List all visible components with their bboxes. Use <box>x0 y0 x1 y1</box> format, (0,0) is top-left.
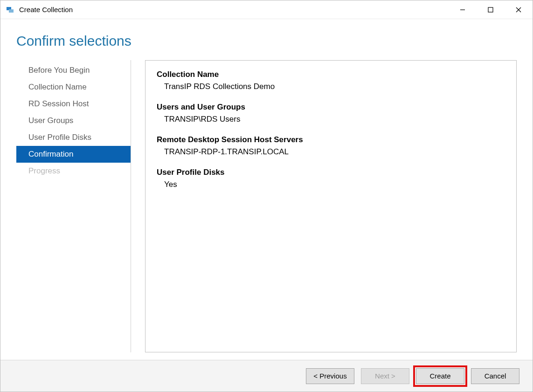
maximize-button[interactable] <box>477 0 505 19</box>
nav-collection-name[interactable]: Collection Name <box>16 79 131 96</box>
value-user-profile-disks: Yes <box>164 180 505 189</box>
create-button[interactable]: Create <box>416 368 464 384</box>
titlebar: Create Collection <box>0 0 533 19</box>
window-controls <box>449 0 533 19</box>
window-title: Create Collection <box>19 6 73 14</box>
content-area: Confirm selections Before You Begin Coll… <box>0 19 533 392</box>
label-users-groups: Users and User Groups <box>157 103 505 112</box>
close-button[interactable] <box>505 0 533 19</box>
nav-before-you-begin[interactable]: Before You Begin <box>16 62 131 79</box>
page-title: Confirm selections <box>0 19 533 60</box>
minimize-button[interactable] <box>449 0 477 19</box>
label-rdsh-servers: Remote Desktop Session Host Servers <box>157 135 505 144</box>
body-row: Before You Begin Collection Name RD Sess… <box>0 60 533 352</box>
value-collection-name: TransIP RDS Collections Demo <box>164 82 505 91</box>
label-user-profile-disks: User Profile Disks <box>157 168 505 177</box>
previous-button[interactable]: < Previous <box>306 368 354 384</box>
wizard-nav: Before You Begin Collection Name RD Sess… <box>16 60 131 352</box>
nav-user-profile-disks[interactable]: User Profile Disks <box>16 129 131 146</box>
svg-rect-1 <box>9 9 14 13</box>
wizard-window: Create Collection Confirm selections Bef… <box>0 0 533 392</box>
cancel-button[interactable]: Cancel <box>471 368 519 384</box>
wizard-footer: < Previous Next > Create Cancel <box>0 360 533 392</box>
app-icon <box>6 6 14 14</box>
value-users-groups: TRANSIP\RDS Users <box>164 115 505 124</box>
nav-user-groups[interactable]: User Groups <box>16 112 131 129</box>
value-rdsh-servers: TRANSIP-RDP-1.TRANSIP.LOCAL <box>164 147 505 157</box>
summary-panel: Collection Name TransIP RDS Collections … <box>145 60 517 352</box>
label-collection-name: Collection Name <box>157 70 505 79</box>
nav-confirmation[interactable]: Confirmation <box>16 146 131 163</box>
svg-rect-3 <box>488 7 493 12</box>
next-button: Next > <box>361 368 409 384</box>
nav-rd-session-host[interactable]: RD Session Host <box>16 96 131 112</box>
nav-progress: Progress <box>16 163 131 179</box>
